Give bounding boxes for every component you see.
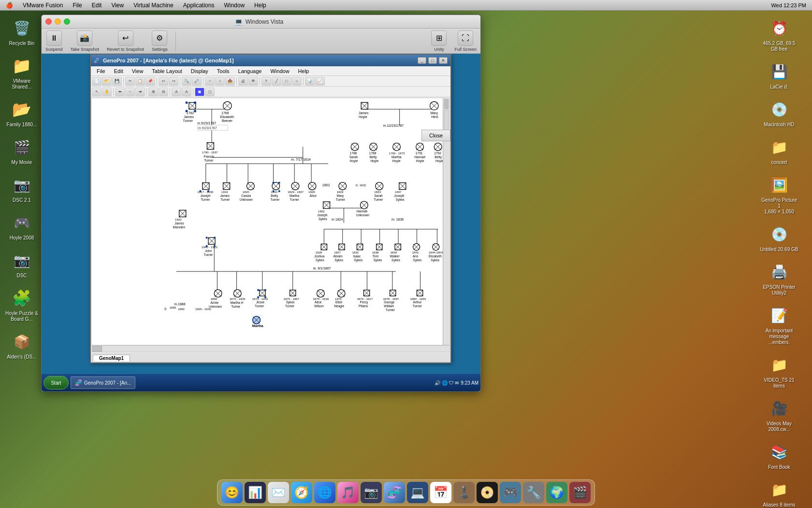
font-btn[interactable]: A — [172, 88, 181, 96]
dock-misc2[interactable]: 🔧 — [523, 482, 544, 503]
zoom-in-btn[interactable]: 🔍 — [182, 77, 191, 86]
apple-menu[interactable]: 🍎 — [4, 2, 15, 9]
add-marriage-btn[interactable]: 💑 — [225, 77, 235, 86]
undo-btn[interactable]: ↩ — [159, 77, 168, 86]
open-btn[interactable]: 📂 — [102, 77, 112, 86]
revert-snapshot-button[interactable]: ↩ Revert to Snapshot — [107, 30, 144, 52]
aliases-icon[interactable]: 📁 Aliases 8 items — [752, 476, 806, 508]
preview-btn[interactable]: 👁 — [248, 77, 258, 86]
redo-btn[interactable]: ↪ — [169, 77, 178, 86]
dock-safari[interactable]: 🧭 — [291, 482, 312, 503]
unity-button[interactable]: ⊞ Unity — [431, 30, 447, 52]
hoyle-puzzle-icon[interactable]: 🧩 Hoyle Puzzle & Board G... — [2, 284, 42, 324]
help-menu[interactable]: Help — [252, 2, 268, 9]
chart-btn[interactable]: 📈 — [315, 77, 325, 86]
linecolor-btn[interactable]: ◻ — [205, 88, 215, 96]
align-left-btn[interactable]: ⬅ — [115, 88, 125, 96]
genopro-edit-menu[interactable]: Edit — [110, 67, 127, 75]
edit-menu[interactable]: Edit — [90, 2, 104, 9]
arrange-btn[interactable]: ⊞ — [148, 88, 158, 96]
vista-desktop[interactable]: 🧬 GenoPro 2007 - [Angela's File (latest)… — [42, 54, 480, 391]
genopro-taskbar-item[interactable]: 🧬 GenoPro 2007 - [An... — [71, 376, 135, 389]
my-movie-icon[interactable]: 🎬 My Movie — [2, 134, 42, 167]
print-btn[interactable]: 🖨 — [238, 77, 248, 86]
cut-btn[interactable]: ✂ — [125, 77, 135, 86]
fontsize-btn[interactable]: A — [182, 88, 191, 96]
dock-vmware[interactable]: 💻 — [407, 482, 428, 503]
concert-icon[interactable]: 📁 concert — [752, 134, 806, 167]
time-machine-desktop-icon[interactable]: ⏰ 465.2 GB, 69.5 GB free — [752, 15, 806, 54]
text-btn[interactable]: T — [261, 77, 271, 86]
dsc2-icon[interactable]: 📷 DSC — [2, 247, 42, 281]
genopro-table-layout-menu[interactable]: Table Layout — [148, 67, 186, 75]
suspend-button[interactable]: ⏸ Suspend — [45, 30, 63, 52]
dock-misc3[interactable]: 🌍 — [546, 482, 567, 503]
arrange2-btn[interactable]: ⊟ — [159, 88, 168, 96]
applications-menu[interactable]: Applications — [181, 2, 217, 9]
dsc-icon[interactable]: 📷 DSC 2.1 — [2, 171, 42, 205]
genopro-close-btn[interactable]: ✕ — [439, 57, 448, 64]
video-ts-icon[interactable]: 📁 VIDEO_TS 21 items — [752, 351, 806, 391]
horizontal-scrollbar[interactable] — [92, 345, 450, 352]
color-btn[interactable]: ▣ — [195, 88, 204, 96]
save-btn[interactable]: 💾 — [112, 77, 122, 86]
dock-genopro[interactable]: 🧬 — [384, 482, 405, 503]
copy-btn[interactable]: 📋 — [135, 77, 145, 86]
dock-finder[interactable]: 😊 — [221, 482, 243, 503]
genopro-window-menu[interactable]: Window — [266, 67, 293, 75]
genopro-file-menu[interactable]: File — [93, 67, 109, 75]
geomap1-tab[interactable]: GenoMap1 — [93, 355, 130, 361]
genopro-display-menu[interactable]: Display — [187, 67, 212, 75]
family1880-icon[interactable]: 📂 Family 1880... — [2, 96, 42, 130]
align-center-btn[interactable]: ↔ — [125, 88, 135, 96]
virtual-machine-menu[interactable]: Virtual Machine — [131, 2, 175, 9]
vmware-shared-icon[interactable]: 📁 VMware Shared... — [2, 52, 42, 92]
untitled-icon[interactable]: 💿 Untitled 20.69 GB — [752, 221, 806, 254]
alden-icon[interactable]: 📦 Alden's (DS... — [2, 328, 42, 362]
close-window-button[interactable] — [45, 18, 52, 25]
view-menu[interactable]: View — [109, 2, 126, 9]
hoyle2008-icon[interactable]: 🎮 Hoyle 2008 — [2, 209, 42, 243]
dock-ical[interactable]: 📅 — [430, 482, 451, 503]
dock-dashboard[interactable]: 📊 — [245, 482, 266, 503]
select-btn[interactable]: ↖ — [92, 88, 102, 96]
dock-mail[interactable]: ✉️ — [268, 482, 289, 503]
important-msg-icon[interactable]: 📝 An important message ...embers. — [752, 302, 806, 347]
close-panel-btn[interactable]: Close — [421, 130, 450, 141]
dock-dvd[interactable]: 📀 — [477, 482, 498, 503]
genopro-help-menu[interactable]: Help — [294, 67, 313, 75]
genopro-tools-menu[interactable]: Tools — [213, 67, 233, 75]
add-male-btn[interactable]: ♂ — [205, 77, 215, 86]
genopro-view-menu[interactable]: View — [128, 67, 147, 75]
genopro-language-menu[interactable]: Language — [234, 67, 266, 75]
dock-misc4[interactable]: 🎬 — [569, 482, 591, 503]
ellipse-btn[interactable]: ○ — [292, 77, 302, 86]
align-right-btn[interactable]: ➡ — [135, 88, 145, 96]
dock-misc1[interactable]: 🎮 — [500, 482, 521, 503]
line-btn[interactable]: ╱ — [272, 77, 281, 86]
add-female-btn[interactable]: ♀ — [215, 77, 225, 86]
lacie-icon[interactable]: 💾 LaCie d: — [752, 58, 806, 92]
zoom-out-btn[interactable]: 🔎 — [192, 77, 202, 86]
epson-icon[interactable]: 🖨️ EPSON Printer Utility2 — [752, 258, 806, 298]
genopro-maximize-btn[interactable]: □ — [428, 57, 437, 64]
file-menu[interactable]: File — [71, 2, 84, 9]
fullscreen-button[interactable]: ⛶ Full Screen — [454, 30, 477, 52]
recycle-bin-icon[interactable]: 🗑️ Recycle Bin — [2, 15, 42, 48]
minimize-window-button[interactable] — [55, 18, 61, 25]
macintosh-hd-icon[interactable]: 💿 Macintosh HD — [752, 96, 806, 130]
videos-may-icon[interactable]: 🎥 Videos May 2008.cw... — [752, 395, 806, 434]
paste-btn[interactable]: 📌 — [145, 77, 155, 86]
report-btn[interactable]: 📊 — [305, 77, 315, 86]
dock-itunes[interactable]: 🎵 — [337, 482, 359, 503]
dock-chess[interactable]: ♟️ — [453, 482, 475, 503]
vmware-fusion-menu[interactable]: VMware Fusion — [21, 2, 65, 9]
hand-btn[interactable]: ✋ — [102, 88, 112, 96]
maximize-window-button[interactable] — [64, 18, 70, 25]
start-button[interactable]: Start — [44, 376, 69, 389]
genopro-picture-icon[interactable]: 🖼️ GenoPro Picture 11,680 × 1,050 — [752, 171, 806, 217]
genopro-canvas[interactable]: 1762 James Turner 1766 Elizabeth — [91, 98, 450, 352]
settings-button[interactable]: ⚙ Settings — [152, 30, 168, 52]
font-book-icon[interactable]: 📚 Font Book — [752, 438, 806, 472]
shape-btn[interactable]: □ — [282, 77, 291, 86]
